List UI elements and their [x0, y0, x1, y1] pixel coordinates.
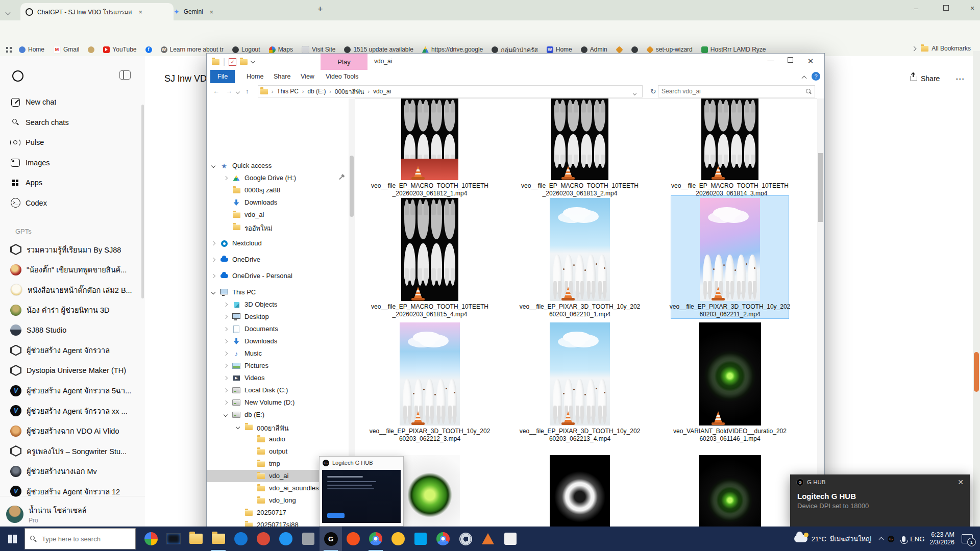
tree-item[interactable]: ▶Videos — [207, 372, 349, 384]
weather-temp[interactable]: 21°C — [812, 535, 826, 543]
gpt-list-item[interactable]: ผู้ช่วยสร้างนางเอก Mv — [6, 463, 135, 480]
tree-item[interactable]: 0000sj za88 — [207, 184, 349, 196]
gpt-list-item[interactable]: น้อง คำร่า ผู้ช่วยนิทาน 3D — [6, 302, 135, 319]
tree-chevron-icon[interactable] — [211, 290, 215, 294]
tree-item[interactable]: This PC — [207, 286, 349, 298]
explorer-maximize-button[interactable] — [782, 57, 798, 64]
bookmark-item[interactable]: Admin — [581, 46, 607, 53]
explorer-search-input[interactable] — [658, 88, 806, 95]
browser-minimize-button[interactable]: – — [910, 4, 923, 12]
ghub-preview-image[interactable] — [322, 470, 401, 523]
hidden-icons-chevron[interactable] — [879, 535, 883, 543]
gpt-list-item[interactable]: Vผู้ช่วยสร้าง Agent จักรวาล 5ฉา... — [6, 382, 135, 399]
explorer-title-bar[interactable]: | ✓ Play vdo_ai — ✕ — [207, 54, 824, 70]
taskbar-search-box[interactable] — [24, 528, 136, 549]
tree-item[interactable]: Local Disk (C:) — [207, 384, 349, 396]
tree-chevron-icon[interactable] — [224, 176, 228, 180]
taskbar-search-input[interactable] — [41, 535, 125, 543]
apps-grid-icon[interactable] — [6, 47, 12, 53]
sidebar-item-codex[interactable]: >_Codex — [6, 194, 135, 212]
video-thumbnail[interactable] — [401, 98, 458, 180]
tab-close-icon[interactable]: × — [207, 8, 216, 16]
orange-browser-icon[interactable] — [342, 527, 364, 551]
tree-item[interactable]: db (E:) — [207, 409, 349, 421]
bookmark-item[interactable]: MGmail — [53, 46, 79, 54]
tree-chevron-icon[interactable] — [211, 164, 215, 168]
ghub-tray-icon[interactable]: G — [888, 536, 894, 542]
ribbon-tab-view[interactable]: View — [293, 70, 322, 83]
chrome-icon[interactable] — [364, 527, 387, 551]
folder-icon[interactable] — [212, 59, 219, 65]
tree-chevron-icon[interactable] — [224, 364, 228, 368]
notification-close-icon[interactable]: ✕ — [958, 478, 964, 486]
new-tab-button[interactable]: + — [317, 4, 323, 15]
tree-item[interactable]: Documents — [207, 323, 349, 335]
file-item[interactable]: veo__file_EP_MACRO_TOOTH_10TEETH_2026020… — [521, 96, 639, 197]
display-icon[interactable] — [162, 527, 185, 551]
ribbon-tab-file[interactable]: File — [210, 70, 235, 83]
gpt-list-item[interactable]: Vผู้ช่วยสร้าง Agent จักรวาล 12 — [6, 483, 135, 500]
gpt-list-item[interactable]: ผู้ช่วยสร้างฉาก VDO Ai Vlido — [6, 422, 135, 440]
tree-chevron-icon[interactable] — [224, 315, 228, 319]
explorer-search-box[interactable] — [658, 85, 815, 97]
bookmark-item[interactable] — [631, 46, 638, 53]
vlc-cone-icon[interactable] — [477, 527, 499, 551]
tree-chevron-icon[interactable] — [224, 327, 228, 331]
explorer-close-button[interactable]: ✕ — [803, 57, 818, 66]
tree-chevron-icon[interactable] — [236, 425, 240, 429]
ribbon-play-tab[interactable]: Play — [321, 54, 368, 70]
browser-maximize-button[interactable] — [939, 4, 952, 12]
tree-item[interactable]: Nextcloud — [207, 237, 349, 249]
folder-icon[interactable] — [185, 527, 207, 551]
explorer-forward-icon[interactable]: → — [226, 87, 232, 95]
bookmark-item[interactable]: set-up-wizard — [647, 46, 693, 53]
video-thumbnail[interactable] — [550, 198, 610, 301]
refresh-icon[interactable]: ↻ — [650, 87, 656, 95]
tree-item[interactable]: 000ยาสีฟัน — [207, 421, 349, 433]
tree-item[interactable]: รออัพใหม่ — [207, 221, 349, 233]
tree-chevron-icon[interactable] — [224, 388, 228, 392]
sidebar-item-apps[interactable]: Apps — [6, 174, 135, 191]
microphone-icon[interactable] — [902, 536, 905, 542]
tab-gemini[interactable]: ✦ Gemini × — [168, 3, 319, 20]
video-thumbnail[interactable] — [700, 198, 760, 301]
file-item[interactable]: veo__file_EP_MACRO_TOOTH_10TEETH_2026020… — [371, 96, 488, 197]
share-button[interactable]: Share — [911, 74, 940, 83]
gpt-list-item[interactable]: ครูเพลงโปร – Songwriter Stu... — [6, 442, 135, 460]
bookmark-item[interactable]: https://drive.google — [422, 46, 483, 53]
sidebar-item-new-chat[interactable]: New chat — [6, 93, 135, 111]
blue-app-icon[interactable] — [230, 527, 252, 551]
video-thumbnail[interactable] — [701, 98, 758, 180]
tree-item[interactable]: New Volume (D:) — [207, 396, 349, 409]
language-indicator[interactable]: ENG — [910, 535, 924, 543]
tree-item[interactable]: OneDrive - Personal — [207, 270, 349, 282]
file-item[interactable]: veo__file_EP_MACRO_TOOTH_10TEETH_2026020… — [671, 96, 789, 197]
bookmark-item[interactable]: YouTube — [103, 46, 136, 53]
file-item[interactable]: veo_VARIANT_BoldVIDEO__duratio_20260203_… — [671, 320, 789, 443]
explorer-back-icon[interactable]: ← — [213, 87, 219, 95]
ribbon-collapse-icon[interactable] — [802, 74, 806, 82]
ribbon-tab-video-tools[interactable]: Video Tools — [318, 70, 365, 83]
scrollbar-thumb[interactable] — [818, 153, 823, 222]
scrollbar-thumb[interactable] — [350, 156, 354, 217]
help-icon[interactable]: ? — [812, 72, 820, 81]
tree-item[interactable]: Downloads — [207, 335, 349, 347]
tree-chevron-icon[interactable] — [211, 258, 215, 262]
sidebar-scrollbar[interactable] — [141, 105, 144, 298]
gpt-list-item[interactable]: หนังสือนายหน้าตั๊กต๊อก เล่ม2 B... — [6, 281, 135, 298]
tree-chevron-icon[interactable] — [224, 303, 228, 307]
tree-chevron-icon[interactable] — [224, 352, 228, 356]
address-dropdown-icon[interactable] — [633, 89, 636, 96]
video-thumbnail[interactable] — [400, 322, 460, 425]
settings-gear-icon[interactable] — [454, 527, 477, 551]
chat-menu-icon[interactable]: ⋯ — [955, 73, 964, 84]
gpt-list-item[interactable]: ผู้ช่วยสร้าง Agent จักรวาล — [6, 342, 135, 359]
video-thumbnail[interactable] — [401, 198, 458, 301]
red-app-icon[interactable] — [252, 527, 275, 551]
gpt-list-item[interactable]: Vผู้ช่วยสร้าง Agent จักรวาล xx ... — [6, 402, 135, 419]
account-row[interactable]: น้ำน่าน โซล่าเซลล์ Pro — [6, 503, 135, 525]
tree-item[interactable]: Google Drive (H:) — [207, 172, 349, 184]
file-item[interactable]: veo__file_EP_PIXAR_3D_TOOTH_10y_20260203… — [671, 196, 789, 318]
bookmark-item[interactable]: WHome — [547, 46, 572, 53]
bookmark-item[interactable]: WLearn more about tr — [161, 46, 224, 53]
